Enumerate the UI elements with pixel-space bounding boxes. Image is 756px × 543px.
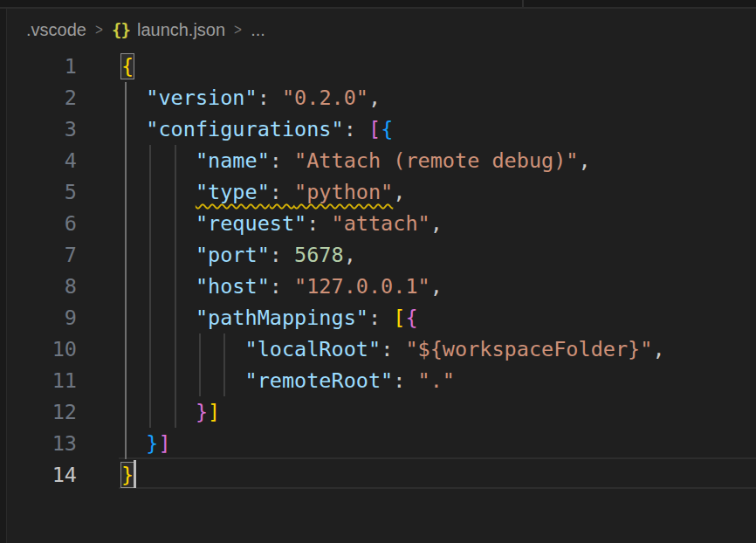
token: [121, 117, 146, 141]
tab-bar-bottom-edge: [0, 0, 756, 9]
token: "port": [196, 243, 270, 267]
line-number[interactable]: 3: [8, 113, 77, 145]
token: [121, 86, 146, 110]
token: "attach": [332, 211, 430, 236]
token: ,: [344, 243, 356, 267]
token: "${workspaceFolder}": [405, 337, 652, 361]
code-text[interactable]: "type": "python",: [121, 176, 405, 208]
sidebar-edge: [0, 0, 7, 543]
code-line[interactable]: 8 "host": "127.0.0.1",: [8, 271, 665, 302]
code-line[interactable]: 4 "name": "Attach (remote debug)",: [8, 145, 665, 176]
code-line[interactable]: 11 "remoteRoot": ".": [8, 365, 665, 396]
token: [: [368, 117, 381, 141]
token: }: [146, 431, 158, 456]
token: [121, 180, 196, 204]
token: :: [270, 243, 294, 267]
token: [121, 400, 196, 424]
code-text[interactable]: }]: [121, 428, 171, 459]
token: ,: [430, 274, 443, 299]
token: ,: [579, 148, 591, 173]
code-line[interactable]: 10 "localRoot": "${workspaceFolder}",: [8, 333, 665, 365]
line-number[interactable]: 10: [8, 333, 77, 365]
token: "Attach (remote debug)": [294, 148, 578, 173]
token: ,: [652, 337, 664, 361]
token: ,: [393, 180, 405, 204]
token: :: [393, 368, 417, 393]
code-text[interactable]: "host": "127.0.0.1",: [121, 271, 443, 302]
text-cursor: [134, 460, 136, 488]
code-line[interactable]: 5 "type": "python",: [8, 176, 665, 208]
token: :: [270, 274, 294, 299]
token: ,: [430, 211, 443, 236]
code-text[interactable]: {: [121, 51, 134, 82]
token: [121, 274, 196, 299]
code-lines: 1{2 "version": "0.2.0",3 "configurations…: [8, 51, 665, 491]
token: :: [381, 337, 405, 361]
token: "127.0.0.1": [294, 274, 430, 299]
line-number[interactable]: 6: [8, 208, 77, 239]
token: "host": [196, 274, 270, 299]
code-line[interactable]: 6 "request": "attach",: [8, 208, 665, 239]
token: ]: [208, 400, 220, 424]
warning-squiggle-token: "python": [294, 180, 393, 204]
code-line[interactable]: 2 "version": "0.2.0",: [8, 82, 665, 113]
token: {: [405, 306, 417, 330]
token: ]: [158, 431, 170, 456]
code-text[interactable]: "name": "Attach (remote debug)",: [121, 145, 591, 176]
code-line[interactable]: 7 "port": 5678,: [8, 239, 665, 271]
token: [121, 368, 244, 393]
token: :: [258, 86, 282, 110]
token: [121, 211, 196, 236]
code-line[interactable]: 9 "pathMappings": [{: [8, 302, 665, 333]
token: 5678: [294, 243, 344, 267]
tab-divider: [522, 0, 524, 7]
warning-squiggle-token: "type": [196, 180, 270, 204]
token: [121, 337, 244, 361]
code-line[interactable]: 12 }]: [8, 396, 665, 428]
code-text[interactable]: "version": "0.2.0",: [121, 82, 381, 113]
token: :: [344, 117, 368, 141]
line-number[interactable]: 12: [8, 396, 77, 428]
code-text[interactable]: }]: [121, 396, 220, 428]
code-text[interactable]: "configurations": [{: [121, 113, 393, 145]
line-number[interactable]: 2: [8, 82, 77, 113]
token: "remoteRoot": [244, 368, 393, 393]
bracket-match: }: [121, 463, 134, 487]
token: "request": [196, 211, 306, 236]
line-number[interactable]: 13: [8, 428, 77, 459]
editor-window: .vscode > {} launch.json > ... 1{2 "vers…: [0, 0, 756, 543]
line-number[interactable]: 11: [8, 365, 77, 396]
code-text[interactable]: "request": "attach",: [121, 208, 443, 239]
token: {: [381, 117, 393, 141]
token: [121, 431, 146, 456]
code-line[interactable]: 14}: [8, 459, 665, 491]
line-number[interactable]: 5: [8, 176, 77, 208]
warning-squiggle-token: :: [270, 180, 294, 204]
editor-area[interactable]: 1{2 "version": "0.2.0",3 "configurations…: [0, 0, 756, 543]
token: "localRoot": [244, 337, 381, 361]
bracket-match: {: [121, 54, 134, 79]
line-number[interactable]: 4: [8, 145, 77, 176]
token: :: [270, 148, 294, 173]
token: [121, 243, 196, 267]
code-text[interactable]: "remoteRoot": ".": [121, 365, 455, 396]
token: :: [368, 306, 393, 330]
token: "pathMappings": [196, 306, 368, 330]
code-line[interactable]: 1{: [8, 51, 665, 82]
token: "name": [196, 148, 270, 173]
line-number[interactable]: 1: [8, 51, 77, 82]
line-number[interactable]: 14: [8, 459, 77, 491]
token: ".": [418, 368, 455, 393]
code-line[interactable]: 3 "configurations": [{: [8, 113, 665, 145]
token: [: [393, 306, 405, 330]
code-text[interactable]: "localRoot": "${workspaceFolder}",: [121, 333, 665, 365]
line-number[interactable]: 8: [8, 271, 77, 302]
token: "configurations": [146, 117, 343, 141]
line-number[interactable]: 9: [8, 302, 77, 333]
code-text[interactable]: "pathMappings": [{: [121, 302, 418, 333]
code-text[interactable]: }: [121, 459, 134, 491]
line-number[interactable]: 7: [8, 239, 77, 271]
code-text[interactable]: "port": 5678,: [121, 239, 356, 271]
code-line[interactable]: 13 }]: [8, 428, 665, 459]
token: "0.2.0": [282, 86, 368, 110]
